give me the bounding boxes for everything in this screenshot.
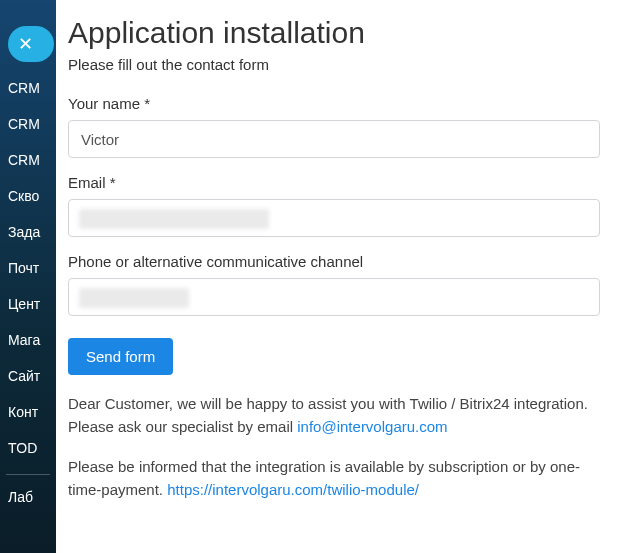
close-button[interactable]: ✕ — [8, 26, 54, 62]
sidebar-item-tod[interactable]: TOD — [0, 430, 56, 466]
close-icon: ✕ — [18, 35, 33, 53]
info-email-link[interactable]: info@intervolgaru.com — [297, 418, 447, 435]
phone-input[interactable] — [68, 278, 600, 316]
name-input[interactable] — [68, 120, 600, 158]
info-paragraph-2: Please be informed that the integration … — [68, 456, 600, 501]
name-label: Your name * — [68, 95, 600, 112]
sidebar-item-crm-3[interactable]: CRM — [0, 142, 56, 178]
sidebar-item-maga[interactable]: Мага — [0, 322, 56, 358]
phone-label: Phone or alternative communicative chann… — [68, 253, 600, 270]
modal-title: Application installation — [68, 16, 600, 50]
sidebar-item-kont[interactable]: Конт — [0, 394, 56, 430]
email-input[interactable] — [68, 199, 600, 237]
info-paragraph-1: Dear Customer, we will be happy to assis… — [68, 393, 600, 438]
modal-panel: Application installation Please fill out… — [56, 0, 628, 553]
sidebar-divider — [6, 474, 50, 475]
sidebar: CRM CRM CRM Скво Зада Почт Цент Мага Сай… — [0, 0, 56, 553]
sidebar-item-crm-1[interactable]: CRM — [0, 70, 56, 106]
sidebar-item-lab[interactable]: Лаб — [0, 479, 56, 515]
submit-button[interactable]: Send form — [68, 338, 173, 375]
sidebar-item-center[interactable]: Цент — [0, 286, 56, 322]
sidebar-item-pocht[interactable]: Почт — [0, 250, 56, 286]
email-label: Email * — [68, 174, 600, 191]
sidebar-item-site[interactable]: Сайт — [0, 358, 56, 394]
sidebar-item-crm-2[interactable]: CRM — [0, 106, 56, 142]
info-url-link[interactable]: https://intervolgaru.com/twilio-module/ — [167, 481, 419, 498]
sidebar-item-zada[interactable]: Зада — [0, 214, 56, 250]
modal-subtitle: Please fill out the contact form — [68, 56, 600, 73]
sidebar-item-skvo[interactable]: Скво — [0, 178, 56, 214]
